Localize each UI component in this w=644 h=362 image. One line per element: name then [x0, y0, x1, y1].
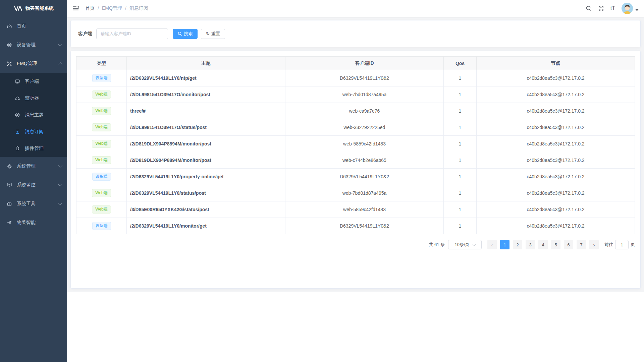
qos-cell: 1 [444, 86, 477, 103]
type-badge: 设备端 [92, 74, 111, 82]
type-badge: Web端 [92, 189, 111, 197]
sidebar-item-label: 物美智能 [17, 220, 36, 226]
paper-plane-icon [7, 220, 12, 225]
type-badge: Web端 [92, 90, 111, 99]
search-form-card: 客户端 搜索 ↻ 重置 [70, 20, 641, 47]
qos-cell: 1 [444, 185, 477, 201]
qos-cell: 1 [444, 201, 477, 218]
sidebar-item-label: 消息订阅 [25, 129, 44, 135]
client-id-cell: web-5859c42fd1483 [285, 201, 444, 218]
total-count-label: 共 61 条 [429, 242, 445, 248]
user-menu[interactable] [622, 3, 639, 14]
page-button-4[interactable]: 4 [538, 240, 548, 249]
search-icon[interactable] [586, 5, 592, 11]
puzzle-icon [15, 146, 20, 151]
sidebar-item-client[interactable]: 客户端 [0, 73, 67, 90]
sidebar-item-system-monitor[interactable]: 系统监控 [0, 176, 67, 194]
node-cell: c40b2d8ea5c3@172.17.0.2 [477, 169, 635, 185]
type-badge: 设备端 [92, 222, 111, 230]
magnifier-icon [178, 32, 182, 36]
dashboard-icon [7, 23, 12, 29]
font-size-icon[interactable]: tT [610, 5, 615, 11]
client-id-cell: web-7bd01d87a495a [285, 185, 444, 201]
goto-label: 前往 [604, 242, 613, 248]
sidebar-item-emq-mgmt[interactable]: EMQ管理 [0, 54, 67, 73]
page-button-6[interactable]: 6 [564, 240, 573, 249]
toolbox-icon [7, 201, 12, 206]
top-navbar: 首页 / EMQ管理 / 消息订阅 tT [67, 0, 644, 17]
page-button-2[interactable]: 2 [513, 240, 522, 249]
chevron-down-icon [58, 42, 62, 46]
column-header-client-id: 客户端ID [285, 57, 444, 70]
subscription-table-card: 类型 主题 客户端ID Qos 节点 设备端 /2/D6329VL54419L1… [70, 51, 641, 289]
sidebar-item-device-mgmt[interactable]: 设备管理 [0, 36, 67, 54]
client-id-cell: web-ca9a7e76 [285, 103, 444, 119]
breadcrumb: 首页 / EMQ管理 / 消息订阅 [85, 5, 148, 11]
topic-cell: /2/D6329VL54419L1Y0/monitor/get [127, 218, 285, 234]
sidebar-item-label: 客户端 [25, 78, 39, 84]
client-id-input[interactable] [96, 28, 168, 39]
qos-cell: 1 [444, 70, 477, 86]
breadcrumb-emq[interactable]: EMQ管理 [102, 5, 122, 11]
page-button-7[interactable]: 7 [577, 240, 586, 249]
sidebar-item-message-subscription[interactable]: 消息订阅 [0, 123, 67, 140]
next-page-button[interactable]: › [589, 240, 599, 249]
chevron-down-icon [472, 243, 476, 246]
avatar[interactable] [622, 3, 633, 14]
column-header-node: 节点 [477, 57, 635, 70]
sidebar-item-wumei-smart[interactable]: 物美智能 [0, 213, 67, 232]
page-size-select[interactable]: 10条/页 [448, 240, 482, 249]
node-cell: c40b2d8ea5c3@172.17.0.2 [477, 201, 635, 218]
sidebar-item-plugin-mgmt[interactable]: 插件管理 [0, 140, 67, 157]
navbar-right: tT [586, 3, 639, 14]
column-header-type: 类型 [76, 57, 127, 70]
globe-icon [7, 42, 12, 48]
node-cell: c40b2d8ea5c3@172.17.0.2 [477, 70, 635, 86]
table-row: Web端 /2/DL9981541O39417O/status/post web… [76, 119, 635, 136]
sidebar-item-system-mgmt[interactable]: 系统管理 [0, 157, 67, 176]
page-button-1[interactable]: 1 [500, 240, 509, 249]
qos-cell: 1 [444, 152, 477, 169]
sidebar-item-label: 设备管理 [17, 42, 36, 48]
fullscreen-icon[interactable] [598, 5, 604, 11]
table-row: Web端 /2/D6329VL54419L1Y0/status/post web… [76, 185, 635, 201]
client-id-cell: web-3327922225ed [285, 119, 444, 136]
qos-cell: 1 [444, 169, 477, 185]
client-id-cell: web-5859c42fd1483 [285, 136, 444, 152]
hash-circle-icon [15, 112, 20, 118]
sidebar-item-home[interactable]: 首页 [0, 17, 67, 36]
page-button-3[interactable]: 3 [526, 240, 535, 249]
monitor-icon [15, 79, 20, 84]
goto-page-input[interactable] [615, 240, 629, 249]
sidebar-item-listener[interactable]: 监听器 [0, 90, 67, 107]
breadcrumb-home[interactable]: 首页 [85, 5, 95, 11]
monitor-chart-icon [7, 182, 12, 188]
sidebar-item-label: 插件管理 [25, 145, 44, 152]
table-header-row: 类型 主题 客户端ID Qos 节点 [76, 57, 635, 70]
sidebar-item-message-topic[interactable]: 消息主题 [0, 107, 67, 123]
app-logo[interactable]: 物美智能系统 [0, 0, 67, 17]
page-button-5[interactable]: 5 [551, 240, 560, 249]
type-badge: Web端 [92, 123, 111, 131]
topic-cell: /2/D6329VL54419L1Y0/ntp/get [127, 70, 285, 86]
sidebar-item-label: EMQ管理 [17, 61, 37, 67]
sidebar-item-label: 系统管理 [17, 163, 36, 169]
sidebar-collapse-icon[interactable] [72, 6, 79, 11]
topic-cell: /2/DL9981541O39417O/monitor/post [127, 86, 285, 103]
topic-cell: /2/D819DLX904P8894M/monitor/post [127, 136, 285, 152]
prev-page-button[interactable]: ‹ [487, 240, 497, 249]
node-cell: c40b2d8ea5c3@172.17.0.2 [477, 152, 635, 169]
emq-node-icon [7, 61, 12, 66]
logo-icon [14, 5, 22, 11]
type-badge: Web端 [92, 205, 111, 214]
client-id-cell: web-7bd01d87a495a [285, 86, 444, 103]
refresh-icon: ↻ [206, 31, 210, 36]
qos-cell: 1 [444, 103, 477, 119]
type-badge: Web端 [92, 140, 111, 148]
breadcrumb-separator: / [125, 6, 126, 11]
reset-button[interactable]: ↻ 重置 [201, 29, 225, 39]
topic-cell: /2/D6329VL54419L1Y0/property-online/get [127, 169, 285, 185]
sidebar-menu: 首页 设备管理 EMQ管理 [0, 17, 67, 232]
search-button[interactable]: 搜索 [173, 29, 198, 39]
sidebar-item-system-tools[interactable]: 系统工具 [0, 194, 67, 213]
